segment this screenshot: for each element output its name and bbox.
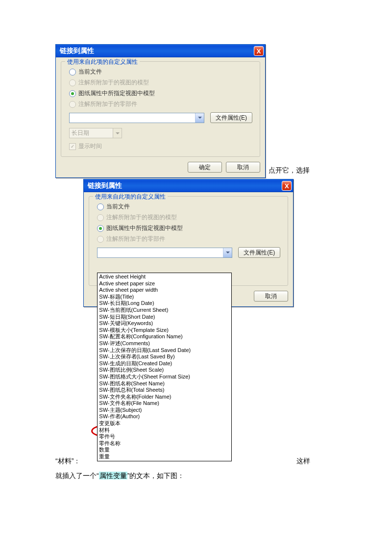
show-time-label: 显示时间	[78, 142, 102, 151]
radio-label: 注解所附加于的视图的模型	[106, 213, 177, 222]
radio-component: 注解所附加于的零部件	[97, 235, 283, 243]
dropdown-option[interactable]: SW-图纸总和(Total Sheets)	[98, 387, 231, 394]
radio-icon	[69, 79, 76, 86]
dropdown-option[interactable]: SW-配置名称(Configuration Name)	[98, 333, 231, 340]
radio-current-file[interactable]: 当前文件	[69, 68, 255, 76]
chevron-down-icon[interactable]	[195, 113, 204, 123]
group-legend: 使用来自此项的自定义属性	[93, 193, 168, 201]
radio-view-model: 注解所附加于的视图的模型	[69, 78, 255, 87]
close-icon[interactable]: X	[254, 46, 264, 56]
dialog-title: 链接到属性	[60, 47, 94, 55]
radio-label: 图纸属性中所指定视图中模型	[78, 89, 155, 98]
dropdown-option[interactable]: 数量	[98, 447, 231, 454]
group-legend: 使用来自此项的自定义属性	[65, 58, 140, 66]
dropdown-option[interactable]: SW-评述(Comments)	[98, 340, 231, 347]
radio-current-file[interactable]: 当前文件	[97, 202, 283, 211]
radio-sheet-specified-model[interactable]: 图纸属性中所指定视图中模型	[97, 224, 283, 232]
dropdown-option[interactable]: 零件号	[98, 433, 231, 440]
dropdown-option[interactable]: SW-主题(Subject)	[98, 407, 231, 414]
dialog-body: 使用来自此项的自定义属性 当前文件 注解所附加于的视图的模型 图纸属性中所指定视…	[84, 192, 293, 306]
dropdown-option[interactable]: SW-文件名称(File Name)	[98, 400, 231, 407]
radio-icon	[97, 214, 104, 221]
radio-component: 注解所附加于的零部件	[69, 100, 255, 108]
dropdown-option[interactable]: SW-生成的日期(Created Date)	[98, 360, 231, 367]
dropdown-option[interactable]: SW-图纸比例(Sheet Scale)	[98, 367, 231, 374]
radio-label: 注解所附加于的零部件	[106, 235, 165, 243]
ok-button[interactable]: 确定	[188, 162, 222, 173]
radio-label: 当前文件	[78, 68, 102, 76]
dropdown-option[interactable]: 变更版本	[98, 420, 231, 427]
dropdown-option[interactable]: SW-上次保存者(Last Saved By)	[98, 353, 231, 360]
titlebar: 链接到属性 X	[56, 45, 265, 57]
dropdown-option[interactable]: Active sheet Height	[98, 274, 231, 280]
close-icon[interactable]: X	[282, 181, 292, 191]
date-format-dropdown: 长日期	[69, 128, 122, 138]
dropdown-option[interactable]: SW-模板大小(Template Size)	[98, 327, 231, 334]
chevron-down-icon[interactable]	[223, 248, 232, 257]
radio-label: 当前文件	[106, 202, 130, 211]
cancel-button[interactable]: 取消	[254, 291, 288, 302]
body-text: 就插入了一个“属性变量”的文本，如下图：	[55, 472, 392, 480]
dropdown-option[interactable]: Active sheet paper size	[98, 280, 231, 287]
dropdown-option[interactable]: 重量	[98, 454, 231, 460]
titlebar: 链接到属性 X	[84, 179, 293, 192]
radio-icon	[69, 69, 76, 76]
radio-view-model: 注解所附加于的视图的模型	[97, 213, 283, 222]
body-text: 这样	[296, 457, 310, 466]
radio-icon	[97, 236, 104, 243]
body-text: “材料”：	[55, 457, 80, 466]
groupbox-custom-props: 使用来自此项的自定义属性 当前文件 注解所附加于的视图的模型 图纸属性中所指定视…	[61, 61, 260, 157]
dropdown-option[interactable]: Active sheet paper width	[98, 287, 231, 294]
show-time-checkbox: ✓ 显示时间	[69, 142, 255, 151]
dropdown-option[interactable]: SW-图纸名称(Sheet Name)	[98, 380, 231, 387]
dropdown-option[interactable]: 材料	[98, 427, 231, 434]
highlighted-term: 属性变量	[99, 472, 127, 479]
dialog-title: 链接到属性	[88, 181, 122, 190]
file-attributes-button[interactable]: 文件属性(E)	[238, 247, 280, 258]
dropdown-option[interactable]: SW-关键词(Keywords)	[98, 320, 231, 327]
dropdown-option[interactable]: SW-当前图纸(Current Sheet)	[98, 307, 231, 314]
radio-label: 图纸属性中所指定视图中模型	[106, 224, 183, 232]
radio-icon	[69, 101, 76, 108]
property-dropdown-list[interactable]: Active sheet HeightActive sheet paper si…	[97, 273, 232, 461]
cancel-button[interactable]: 取消	[226, 162, 260, 173]
dialog-link-property-1: 链接到属性 X 使用来自此项的自定义属性 当前文件 注解所附加于的视图的模型	[55, 44, 266, 178]
radio-label: 注解所附加于的视图的模型	[78, 78, 149, 87]
dropdown-option[interactable]: SW-图纸格式大小(Sheet Format Size)	[98, 374, 231, 380]
radio-label: 注解所附加于的零部件	[78, 100, 137, 108]
dropdown-option[interactable]: SW-长日期(Long Date)	[98, 300, 231, 307]
dialog-link-property-2: 链接到属性 X 使用来自此项的自定义属性 当前文件 注解所附加于的视图的模型	[83, 179, 294, 307]
dialog-body: 使用来自此项的自定义属性 当前文件 注解所附加于的视图的模型 图纸属性中所指定视…	[56, 57, 265, 177]
dropdown-option[interactable]: SW-文件夹名称(Folder Name)	[98, 394, 231, 401]
radio-sheet-specified-model[interactable]: 图纸属性中所指定视图中模型	[69, 89, 255, 98]
property-dropdown[interactable]	[97, 248, 232, 258]
radio-icon	[97, 225, 104, 232]
dropdown-option[interactable]: SW-上次保存的日期(Last Saved Date)	[98, 347, 231, 354]
radio-icon	[69, 90, 76, 97]
dropdown-option[interactable]: 零件名称	[98, 440, 231, 447]
dropdown-option[interactable]: SW-短日期(Short Date)	[98, 314, 231, 321]
file-attributes-button[interactable]: 文件属性(E)	[210, 112, 252, 123]
groupbox-custom-props: 使用来自此项的自定义属性 当前文件 注解所附加于的视图的模型 图纸属性中所指定视…	[89, 196, 288, 286]
check-icon: ✓	[69, 143, 76, 150]
radio-icon	[97, 203, 104, 210]
chevron-down-icon	[113, 128, 122, 138]
property-dropdown[interactable]	[69, 113, 204, 123]
dropdown-option[interactable]: SW-作者(Author)	[98, 413, 231, 420]
date-format-label: 长日期	[72, 129, 89, 137]
dropdown-option[interactable]: SW-标题(Title)	[98, 294, 231, 301]
body-text: 点开它，选择	[269, 166, 310, 175]
